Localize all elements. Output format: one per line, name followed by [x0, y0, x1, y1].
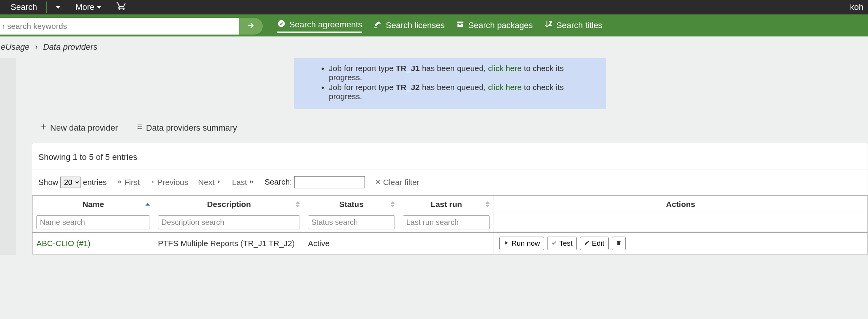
gavel-icon [374, 20, 382, 31]
sidebar [0, 58, 16, 255]
check-circle-icon [277, 19, 286, 30]
search-submit-button[interactable] [239, 18, 263, 35]
run-now-button[interactable]: Run now [499, 237, 544, 250]
chevron-right-icon [216, 178, 222, 187]
sort-az-icon [544, 20, 552, 31]
sort-asc-icon [390, 201, 395, 204]
top-more-label: More [76, 2, 95, 12]
sort-asc-icon [295, 201, 300, 204]
search-wrap [0, 18, 251, 35]
previous-page-link[interactable]: Previous [150, 178, 188, 187]
breadcrumb-section[interactable]: eUsage [1, 42, 30, 52]
sort-desc-icon [390, 205, 395, 207]
provider-last-run [399, 232, 494, 254]
description-filter-input[interactable] [158, 215, 300, 229]
play-icon [503, 239, 509, 248]
progress-link[interactable]: click here [488, 64, 522, 73]
pencil-icon [584, 239, 590, 248]
arrow-right-icon [247, 21, 255, 31]
search-agreements-link[interactable]: Search agreements [277, 19, 362, 33]
entries-select[interactable]: 20 [60, 177, 80, 188]
search-agreements-label: Search agreements [289, 20, 362, 30]
data-providers-table: Name Description Status Last run [32, 195, 868, 254]
table-search-input[interactable] [294, 176, 365, 188]
cart-button[interactable] [109, 0, 134, 16]
trash-icon [616, 239, 622, 248]
search-label: Search: [265, 177, 292, 186]
breadcrumb: eUsage › Data providers [0, 36, 868, 58]
data-providers-summary-label: Data providers summary [146, 123, 237, 133]
results-panel: Showing 1 to 5 of 5 entries Show 20 entr… [32, 143, 868, 255]
results-count: Showing 1 to 5 of 5 entries [32, 152, 868, 169]
chevron-left-icon [150, 178, 156, 187]
sort-desc-icon [485, 205, 490, 207]
sort-asc-icon [485, 201, 490, 204]
check-icon [551, 239, 557, 248]
alert-box: Job for report type TR_J1 has been queue… [294, 58, 606, 109]
data-providers-summary-link[interactable]: Data providers summary [136, 123, 237, 133]
status-filter-input[interactable] [308, 215, 395, 229]
entries-control: Show 20 entries [38, 177, 107, 188]
provider-name-link[interactable]: ABC-CLIO (#1) [36, 239, 90, 248]
x-icon [375, 178, 381, 187]
list-icon [136, 123, 143, 133]
col-header-status[interactable]: Status [304, 196, 399, 213]
col-header-last-run[interactable]: Last run [399, 196, 494, 213]
delete-button[interactable] [612, 237, 626, 250]
search-packages-link[interactable]: Search packages [456, 20, 533, 32]
col-header-name[interactable]: Name [33, 196, 154, 213]
archive-icon [456, 20, 464, 31]
sort-desc-icon [295, 205, 300, 207]
caret-down-icon [56, 6, 60, 9]
keyword-search-input[interactable] [2, 22, 251, 31]
search-titles-link[interactable]: Search titles [544, 20, 602, 32]
next-page-link[interactable]: Next [198, 178, 222, 187]
greenbar: Search agreements Search licenses Search… [0, 16, 868, 36]
provider-description: PTFS Multiple Reports (TR_J1 TR_J2) [154, 232, 304, 254]
progress-link[interactable]: click here [488, 83, 522, 92]
top-search-label: Search [11, 2, 37, 12]
col-header-actions: Actions [494, 196, 868, 213]
search-licenses-link[interactable]: Search licenses [374, 20, 445, 32]
plus-icon [39, 123, 47, 133]
clear-filter-link[interactable]: Clear filter [375, 178, 420, 187]
table-search-control: Search: [265, 176, 365, 188]
caret-down-icon [97, 6, 101, 9]
last-run-filter-input[interactable] [403, 215, 490, 229]
cart-icon [117, 1, 126, 13]
double-chevron-left-icon [117, 178, 123, 187]
topbar: Search More koh [0, 0, 868, 16]
new-data-provider-label: New data provider [50, 123, 118, 133]
edit-button[interactable]: Edit [580, 237, 609, 250]
search-packages-label: Search packages [468, 21, 533, 30]
first-page-link[interactable]: First [117, 178, 140, 187]
sort-asc-icon [145, 203, 150, 206]
show-label: Show [38, 178, 58, 186]
entries-label: entries [83, 178, 107, 186]
alert-item: Job for report type TR_J2 has been queue… [329, 83, 594, 101]
double-chevron-right-icon [249, 178, 255, 187]
name-filter-input[interactable] [36, 215, 150, 229]
table-row: ABC-CLIO (#1)PTFS Multiple Reports (TR_J… [33, 232, 868, 254]
col-header-description[interactable]: Description [154, 196, 304, 213]
search-titles-label: Search titles [556, 21, 602, 30]
top-search[interactable]: Search [3, 0, 45, 15]
test-button[interactable]: Test [547, 237, 577, 250]
top-more[interactable]: More [68, 0, 109, 15]
separator [46, 2, 47, 13]
alert-item: Job for report type TR_J1 has been queue… [329, 64, 594, 82]
new-data-provider-link[interactable]: New data provider [39, 123, 118, 133]
last-page-link[interactable]: Last [232, 178, 255, 187]
search-licenses-label: Search licenses [386, 21, 445, 30]
breadcrumb-current: Data providers [43, 42, 97, 52]
user-label[interactable]: koh [850, 2, 865, 12]
provider-status: Active [304, 232, 399, 254]
top-search-caret[interactable] [48, 3, 68, 12]
chevron-right-icon: › [35, 42, 38, 52]
